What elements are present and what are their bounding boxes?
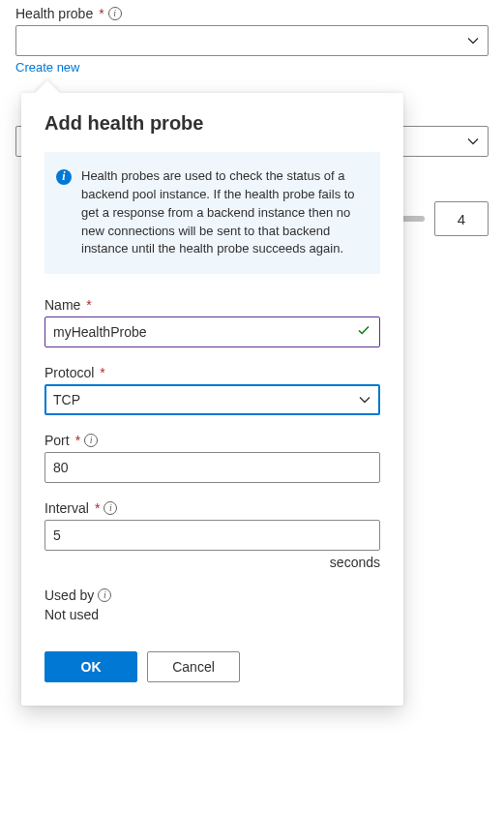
flyout-title: Add health probe: [44, 112, 380, 135]
interval-label-text: Interval: [44, 500, 89, 516]
info-icon: i: [56, 169, 72, 185]
slider-value-box[interactable]: 4: [434, 201, 489, 236]
required-asterisk: *: [95, 500, 100, 516]
ok-button-label: OK: [81, 659, 102, 675]
protocol-dropdown[interactable]: TCP: [44, 384, 380, 415]
port-value: 80: [53, 460, 69, 475]
used-by-label: Used by i: [44, 587, 380, 603]
slider-value: 4: [458, 211, 465, 227]
create-new-link[interactable]: Create new: [15, 60, 79, 75]
interval-unit: seconds: [44, 555, 380, 570]
chevron-down-icon: [466, 34, 480, 47]
add-health-probe-flyout: Add health probe i Health probes are use…: [21, 93, 403, 706]
health-probe-label: Health probe * i: [15, 6, 489, 21]
background-slider-row: 4: [398, 201, 489, 236]
used-by-label-text: Used by: [44, 587, 94, 603]
info-banner: i Health probes are used to check the st…: [44, 152, 380, 274]
name-input-value: myHealthProbe: [53, 324, 147, 340]
cancel-button-label: Cancel: [172, 659, 215, 675]
info-icon[interactable]: i: [84, 434, 98, 447]
protocol-label: Protocol *: [44, 365, 380, 380]
interval-value: 5: [53, 527, 61, 543]
port-input[interactable]: 80: [44, 452, 380, 483]
name-label: Name *: [44, 297, 380, 313]
required-asterisk: *: [75, 433, 80, 448]
check-icon: [356, 322, 371, 342]
port-label-text: Port: [44, 433, 70, 448]
protocol-label-text: Protocol: [44, 365, 94, 380]
health-probe-dropdown[interactable]: [15, 25, 489, 56]
info-icon[interactable]: i: [108, 7, 122, 20]
port-label: Port * i: [44, 433, 380, 448]
name-input[interactable]: myHealthProbe: [44, 316, 380, 347]
used-by-value: Not used: [44, 607, 380, 622]
protocol-value: TCP: [53, 392, 80, 407]
required-asterisk: *: [100, 365, 104, 380]
info-icon[interactable]: i: [104, 501, 117, 515]
health-probe-label-text: Health probe: [15, 6, 93, 21]
info-banner-text: Health probes are used to check the stat…: [81, 167, 365, 258]
name-label-text: Name: [44, 297, 80, 313]
chevron-down-icon: [358, 393, 371, 406]
required-asterisk: *: [86, 297, 91, 313]
interval-input[interactable]: 5: [44, 520, 380, 551]
chevron-down-icon: [466, 135, 480, 148]
info-icon[interactable]: i: [98, 588, 111, 602]
required-asterisk: *: [99, 6, 104, 21]
interval-label: Interval * i: [44, 500, 380, 516]
ok-button[interactable]: OK: [44, 651, 137, 682]
cancel-button[interactable]: Cancel: [147, 651, 240, 682]
